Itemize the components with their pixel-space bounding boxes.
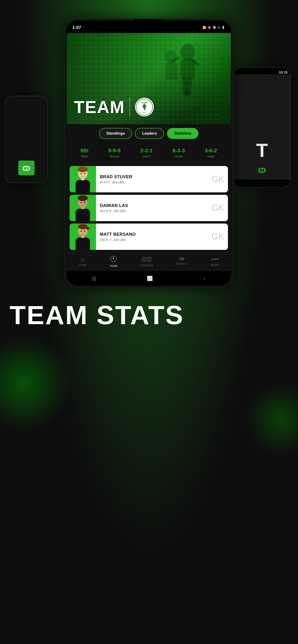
android-back-btn[interactable]: ‹ [204, 276, 205, 281]
bg-phone-ticket-icon: 🎟 [258, 165, 266, 175]
player-details-matt-bersano: #20 6' 1", 183 LBS. [100, 238, 208, 242]
nav-tickets-label: TICKETS [176, 262, 188, 265]
stadium-icon: Ⓠ② [141, 256, 152, 263]
svg-marker-37 [113, 257, 114, 258]
player-avatar-2 [70, 195, 96, 221]
svg-text:FC: FC [143, 112, 146, 114]
stat-value-west: 5th [80, 148, 88, 154]
nav-home[interactable]: ⌂ HOME [78, 256, 87, 268]
svg-rect-38 [113, 258, 114, 259]
stat-away: 3-6-2 Away [205, 148, 217, 158]
player-position-brad-stuver: GK [212, 174, 228, 184]
player-details-damian-las: #12 6' 0", 161 LBS. [100, 209, 208, 213]
more-icon: ••• [211, 256, 219, 262]
stat-label-last5: Last 5 [140, 155, 153, 158]
stat-label-west: West [80, 155, 88, 158]
stat-value-away: 3-6-2 [205, 148, 217, 154]
hero-divider [129, 98, 130, 117]
player-info-matt-bersano: MATT BERSANO #20 6' 1", 183 LBS. [96, 232, 212, 242]
svg-point-31 [86, 227, 89, 230]
bg-phone-time: 10:15 [234, 70, 290, 74]
hero-team-label: TEAM [74, 97, 125, 117]
hero-banner: TEAM AUSTIN FC [67, 33, 231, 124]
background-phone-left: 🎟 [5, 96, 48, 183]
android-nav-bar: ||| ⬜ ‹ [67, 271, 231, 286]
nav-team-label: TEAM [110, 264, 117, 268]
tab-standings[interactable]: Standings [99, 128, 132, 139]
wifi-icon: 📡 [213, 26, 216, 29]
status-time: 1:07 [72, 25, 81, 30]
player-photo-damian-las [70, 195, 96, 221]
svg-point-26 [84, 202, 85, 203]
svg-point-19 [81, 173, 82, 174]
nav-more-label: MORE [211, 264, 219, 266]
player-name-matt-bersano: MATT BERSANO [100, 232, 208, 237]
nav-home-label: HOME [78, 264, 87, 266]
tab-statistics[interactable]: Statistics [167, 128, 198, 139]
player-details-brad-stuver: #1 6' 3", 181 LBS. [100, 180, 208, 184]
stat-last5: 2-2-1 Last 5 [140, 148, 153, 158]
stat-label-home: Home [173, 155, 185, 158]
sim-icon: 📶 [203, 26, 206, 29]
bg-phone-letter: T [256, 141, 268, 160]
mute-icon: 🔇 [208, 26, 211, 29]
player-name-damian-las: DAMIAN LAS [100, 203, 208, 208]
nav-team[interactable]: TEAM [110, 256, 117, 268]
nav-stadium[interactable]: Ⓠ② STADIUM [140, 256, 153, 268]
stat-value-record: 9-9-5 [108, 148, 120, 154]
nav-tickets[interactable]: 🎟 TICKETS [176, 256, 188, 268]
status-icons: 📶 🔇 📡 ⊘ 🔋 [203, 26, 225, 29]
stat-value-home: 6-3-3 [173, 148, 185, 154]
svg-point-24 [78, 195, 88, 201]
stats-row: 5th West 9-9-5 Record 2-2-1 Last 5 6-3-3… [67, 143, 231, 163]
svg-point-18 [78, 166, 88, 172]
home-icon: ⌂ [81, 256, 84, 262]
svg-point-32 [81, 231, 82, 232]
background-phone-right: 10:15 T 🎟 [233, 67, 291, 188]
svg-rect-21 [81, 178, 84, 180]
tickets-icon: 🎟 [180, 256, 184, 262]
svg-point-20 [84, 173, 85, 174]
svg-point-33 [84, 231, 85, 232]
player-card-matt-bersano[interactable]: MATT BERSANO #20 6' 1", 183 LBS. GK [70, 224, 228, 250]
nav-stadium-label: STADIUM [140, 264, 153, 267]
svg-rect-27 [81, 207, 84, 209]
hero-text-group: TEAM AUSTIN FC [74, 97, 154, 117]
player-card-damian-las[interactable]: DAMIAN LAS #12 6' 0", 161 LBS. GK [70, 195, 228, 221]
svg-rect-14 [144, 108, 145, 110]
stat-record: 9-9-5 Record [108, 148, 120, 158]
tab-leaders[interactable]: Leaders [135, 128, 164, 139]
stat-west: 5th West [80, 148, 88, 158]
ticket-icon-left: 🎟 [18, 160, 35, 176]
no-signal-icon: ⊘ [218, 26, 220, 29]
bottom-navigation: ⌂ HOME TEAM Ⓠ② STADIUM [67, 253, 231, 271]
svg-point-34 [79, 234, 86, 236]
team-logo: AUSTIN FC [135, 98, 154, 117]
team-icon [110, 256, 117, 264]
stat-home: 6-3-3 Home [173, 148, 185, 158]
player-info-brad-stuver: BRAD STUVER #1 6' 3", 181 LBS. [96, 174, 212, 184]
team-stats-section: TEAM STATS [0, 302, 216, 328]
android-menu-btn[interactable]: ||| [92, 276, 96, 281]
stat-label-away: Away [205, 155, 217, 158]
nav-more[interactable]: ••• MORE [211, 256, 219, 268]
stat-value-last5: 2-2-1 [140, 148, 153, 154]
android-home-btn[interactable]: ⬜ [147, 276, 153, 281]
svg-point-25 [81, 202, 82, 203]
camera-notch [134, 19, 163, 26]
player-card-brad-stuver[interactable]: BRAD STUVER #1 6' 3", 181 LBS. GK [70, 166, 228, 192]
player-photo-brad-stuver [70, 166, 96, 192]
player-info-damian-las: DAMIAN LAS #12 6' 0", 161 LBS. [96, 203, 212, 213]
player-position-matt-bersano: GK [212, 232, 228, 242]
player-photo-matt-bersano [70, 224, 96, 250]
stat-label-record: Record [108, 155, 120, 158]
player-avatar-1 [70, 166, 96, 192]
player-position-damian-las: GK [212, 203, 228, 213]
phone-frame: 1:07 📶 🔇 📡 ⊘ 🔋 [65, 19, 233, 288]
svg-rect-35 [81, 236, 84, 238]
team-stats-title: TEAM STATS [10, 302, 216, 328]
player-avatar-3 [70, 224, 96, 250]
player-name-brad-stuver: BRAD STUVER [100, 174, 208, 180]
player-list: BRAD STUVER #1 6' 3", 181 LBS. GK [67, 163, 231, 253]
battery-icon: 🔋 [221, 26, 225, 29]
